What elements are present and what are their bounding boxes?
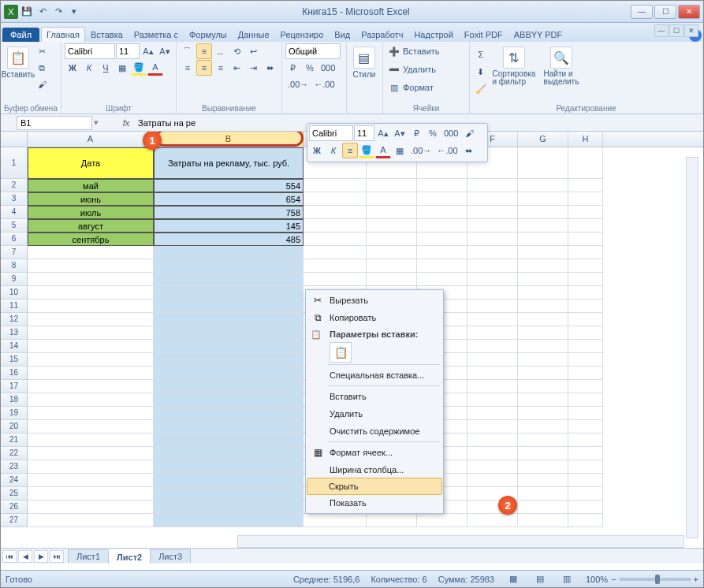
cell-B23[interactable] [154, 460, 304, 474]
cell-F7[interactable] [467, 246, 518, 259]
row-header-3[interactable]: 3 [1, 192, 28, 206]
cell-E27[interactable] [417, 514, 467, 527]
cell-C8[interactable] [304, 259, 367, 273]
cell-A22[interactable] [28, 447, 154, 460]
cell-D8[interactable] [367, 259, 417, 273]
cell-G11[interactable] [518, 300, 568, 313]
border-icon[interactable]: ▦ [114, 60, 130, 76]
increase-decimal-icon[interactable]: .00→ [285, 76, 311, 92]
cell-B6[interactable]: 485 [154, 233, 304, 246]
row-header-15[interactable]: 15 [1, 353, 28, 367]
format-painter-icon[interactable]: 🖌 [34, 76, 50, 92]
row-header-17[interactable]: 17 [1, 380, 28, 393]
view-normal-icon[interactable]: ▦ [505, 571, 521, 587]
file-tab[interactable]: Файл [2, 28, 39, 42]
redo-icon[interactable]: ↷ [51, 5, 65, 19]
mdi-minimize[interactable]: — [654, 24, 669, 37]
cell-B2[interactable]: 554 [154, 179, 304, 192]
font-color-icon[interactable]: A [147, 60, 163, 76]
cell-H27[interactable] [568, 514, 603, 527]
zoom-control[interactable]: 100% − + [586, 575, 698, 584]
mini-dec-dec-icon[interactable]: ←.00 [434, 143, 460, 158]
cell-E6[interactable] [417, 233, 467, 246]
cell-H23[interactable] [568, 460, 603, 474]
cell-C7[interactable] [304, 246, 367, 259]
copy-icon[interactable]: ⧉ [34, 60, 50, 76]
number-format-combo[interactable] [285, 43, 341, 59]
cell-A21[interactable] [28, 434, 154, 447]
cell-E7[interactable] [417, 246, 467, 259]
tab-view[interactable]: Вид [329, 27, 356, 42]
cell-B24[interactable] [154, 474, 304, 487]
cell-H17[interactable] [568, 380, 603, 393]
row-header-26[interactable]: 26 [1, 501, 28, 514]
row-header-21[interactable]: 21 [1, 434, 28, 447]
cell-G1[interactable] [518, 147, 568, 179]
row-header-27[interactable]: 27 [1, 514, 28, 527]
sheet-tab-3[interactable]: Лист3 [150, 549, 191, 563]
cell-H15[interactable] [568, 353, 603, 367]
cell-A23[interactable] [28, 460, 154, 474]
row-header-8[interactable]: 8 [1, 259, 28, 273]
cell-A19[interactable] [28, 407, 154, 420]
view-layout-icon[interactable]: ▤ [532, 571, 548, 587]
decrease-decimal-icon[interactable]: ←.00 [311, 76, 337, 92]
menu-delete[interactable]: Удалить [307, 405, 441, 422]
cell-A17[interactable] [28, 380, 154, 393]
sheet-tab-2[interactable]: Лист2 [108, 549, 151, 564]
cell-C2[interactable] [304, 179, 367, 192]
cell-D3[interactable] [367, 192, 417, 206]
cell-D27[interactable] [367, 514, 417, 527]
cell-B20[interactable] [154, 420, 304, 434]
cell-B16[interactable] [154, 367, 304, 380]
row-header-19[interactable]: 19 [1, 407, 28, 420]
tab-formulas[interactable]: Формулы [184, 27, 233, 42]
cell-A13[interactable] [28, 326, 154, 340]
tab-layout[interactable]: Разметка с [129, 27, 184, 42]
format-cell-icon[interactable]: ▥ [386, 80, 402, 95]
horizontal-scrollbar[interactable] [237, 535, 684, 548]
cell-B15[interactable] [154, 353, 304, 367]
cell-A1[interactable]: Дата [28, 147, 154, 179]
menu-paste-special[interactable]: Специальная вставка... [307, 367, 441, 384]
save-icon[interactable]: 💾 [20, 5, 34, 19]
cell-H16[interactable] [568, 367, 603, 380]
row-header-11[interactable]: 11 [1, 300, 28, 313]
cell-G12[interactable] [518, 313, 568, 326]
cell-G8[interactable] [518, 259, 568, 273]
menu-insert[interactable]: Вставить [307, 388, 441, 405]
cell-H8[interactable] [568, 259, 603, 273]
cell-G14[interactable] [518, 340, 568, 353]
align-middle-icon[interactable]: ≡ [196, 43, 212, 59]
cut-icon[interactable]: ✂ [34, 43, 50, 59]
comma-icon[interactable]: 000 [318, 60, 337, 76]
row-header-2[interactable]: 2 [1, 179, 28, 192]
cell-F9[interactable] [467, 273, 518, 286]
name-box[interactable]: B1 [17, 116, 92, 130]
menu-format-cells[interactable]: ▦Формат ячеек... [307, 444, 441, 461]
cell-F24[interactable] [467, 474, 518, 487]
undo-icon[interactable]: ↶ [35, 5, 50, 19]
cell-B25[interactable] [154, 487, 304, 501]
cell-F16[interactable] [467, 367, 518, 380]
delete-cell-label[interactable]: Удалить [403, 65, 436, 74]
cell-B11[interactable] [154, 300, 304, 313]
mini-merge-icon[interactable]: ⬌ [461, 143, 477, 158]
underline-button[interactable]: Ч [98, 60, 114, 76]
tab-insert[interactable]: Вставка [85, 27, 129, 42]
column-header-H[interactable]: H [568, 132, 603, 147]
italic-button[interactable]: К [81, 60, 97, 76]
cell-F6[interactable] [467, 233, 518, 246]
sheet-nav-prev[interactable]: ◀ [18, 550, 32, 563]
cell-G6[interactable] [518, 233, 568, 246]
cell-A6[interactable]: сентябрь [28, 233, 154, 246]
cell-G20[interactable] [518, 420, 568, 434]
cell-F19[interactable] [467, 407, 518, 420]
cell-A18[interactable] [28, 393, 154, 407]
cell-C27[interactable] [304, 514, 367, 527]
row-header-22[interactable]: 22 [1, 447, 28, 460]
cell-B19[interactable] [154, 407, 304, 420]
cell-B4[interactable]: 758 [154, 206, 304, 219]
cell-H3[interactable] [568, 192, 603, 206]
tab-abbyy[interactable]: ABBYY PDF [508, 27, 568, 42]
